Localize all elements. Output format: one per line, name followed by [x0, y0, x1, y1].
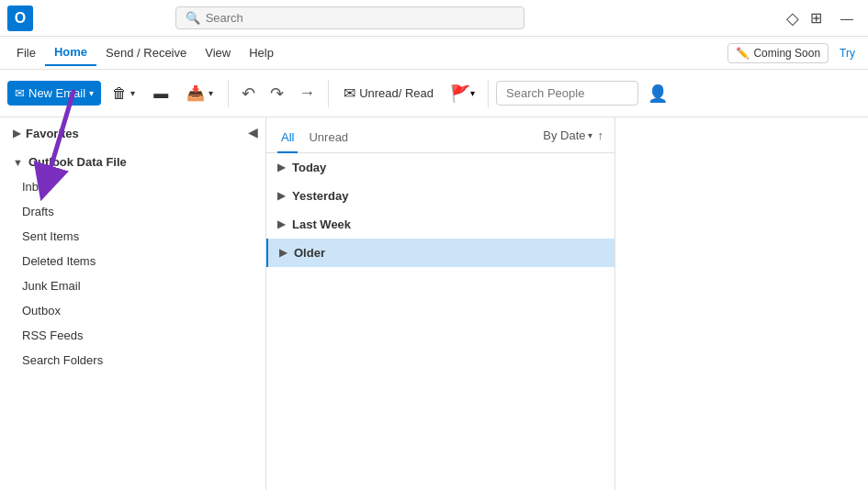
- contact-photo-icon: 👤: [648, 84, 668, 103]
- unread-read-icon: ✉: [344, 84, 355, 102]
- move-icon: 📥: [186, 84, 205, 102]
- new-email-button[interactable]: ✉ New Email ▾: [7, 81, 101, 106]
- main-layout: ◀ ▶ Favorites ▼ Outlook Data File Inbox …: [0, 117, 868, 490]
- new-email-dropdown-arrow[interactable]: ▾: [89, 88, 94, 98]
- data-file-label: Outlook Data File: [28, 155, 127, 169]
- today-chevron-icon: ▶: [277, 161, 285, 173]
- search-bar-icon: 🔍: [186, 11, 200, 25]
- group-older[interactable]: ▶ Older: [266, 239, 614, 267]
- email-list-tabs: All Unread By Date ▾ ↑: [266, 117, 614, 153]
- new-email-label: New Email: [28, 86, 85, 100]
- sidebar-item-junk[interactable]: Junk Email: [0, 273, 265, 298]
- flag-button[interactable]: 🚩 ▾: [445, 80, 480, 107]
- separator-3: [488, 80, 489, 107]
- email-list-sort: By Date ▾ ↑: [543, 128, 603, 150]
- search-people-input[interactable]: [496, 81, 638, 106]
- sidebar-item-deleted[interactable]: Deleted Items: [0, 249, 265, 273]
- search-input[interactable]: [206, 11, 514, 25]
- try-button[interactable]: Try: [834, 44, 861, 62]
- coming-soon-label: Coming Soon: [753, 47, 820, 60]
- toolbar: ✉ New Email ▾ 🗑 ▾ ▬ 📥 ▾ ↶ ↷ → ✉ Unread/ …: [0, 70, 868, 117]
- sidebar-item-sent[interactable]: Sent Items: [0, 224, 265, 249]
- sidebar-collapse-button[interactable]: ◀: [248, 125, 258, 139]
- undo-button[interactable]: ↶: [236, 80, 261, 107]
- sort-dropdown-arrow[interactable]: ▾: [588, 130, 592, 140]
- search-bar-container[interactable]: 🔍: [175, 6, 524, 29]
- menu-bar: File Home Send / Receive View Help ✏️ Co…: [0, 37, 868, 70]
- magic-wand-icon: ✏️: [736, 47, 750, 60]
- data-file-chevron-icon: ▼: [13, 157, 23, 168]
- sidebar-item-inbox[interactable]: Inbox: [0, 174, 265, 199]
- menu-file[interactable]: File: [7, 40, 45, 65]
- group-yesterday[interactable]: ▶ Yesterday: [266, 182, 614, 210]
- redo-button[interactable]: ↷: [265, 80, 289, 107]
- tab-all[interactable]: All: [277, 125, 298, 153]
- group-older-label: Older: [294, 246, 325, 260]
- menu-help[interactable]: Help: [240, 40, 283, 65]
- forward-nav-button[interactable]: →: [293, 80, 321, 106]
- sidebar-item-search-folders[interactable]: Search Folders: [0, 348, 265, 373]
- title-bar: O 🔍 ◇ ⊞ —: [0, 0, 868, 37]
- unread-read-label: Unread/ Read: [359, 86, 434, 100]
- menu-send-receive[interactable]: Send / Receive: [96, 40, 196, 65]
- minimize-button[interactable]: —: [833, 7, 861, 29]
- sidebar: ◀ ▶ Favorites ▼ Outlook Data File Inbox …: [0, 117, 266, 490]
- sidebar-data-file-header[interactable]: ▼ Outlook Data File: [0, 146, 265, 174]
- sidebar-favorites-header[interactable]: ▶ Favorites: [0, 117, 265, 146]
- sort-order-button[interactable]: ↑: [598, 128, 604, 142]
- title-bar-right: ◇ ⊞ —: [786, 7, 861, 29]
- sidebar-item-outbox[interactable]: Outbox: [0, 298, 265, 323]
- older-chevron-icon: ▶: [279, 247, 287, 259]
- email-list-panel: All Unread By Date ▾ ↑ ▶ Today ▶: [266, 117, 615, 490]
- outlook-logo: O: [7, 6, 33, 31]
- qr-icon[interactable]: ⊞: [810, 9, 822, 27]
- new-email-icon: ✉: [15, 86, 25, 100]
- yesterday-chevron-icon: ▶: [277, 190, 285, 202]
- move-dropdown-arrow[interactable]: ▾: [209, 88, 213, 98]
- menu-view[interactable]: View: [196, 40, 240, 65]
- group-last-week-label: Last Week: [292, 217, 351, 231]
- diamond-icon[interactable]: ◇: [786, 8, 799, 28]
- favorites-label: Favorites: [26, 127, 79, 140]
- sidebar-item-drafts[interactable]: Drafts: [0, 199, 265, 224]
- group-today[interactable]: ▶ Today: [266, 153, 614, 182]
- favorites-chevron-icon: ▶: [13, 128, 20, 139]
- coming-soon-button[interactable]: ✏️ Coming Soon: [727, 43, 829, 63]
- archive-button[interactable]: ▬: [146, 80, 175, 107]
- separator-1: [228, 80, 229, 107]
- menu-bar-right: ✏️ Coming Soon Try: [727, 43, 861, 63]
- sort-label: By Date: [543, 128, 585, 142]
- menu-home[interactable]: Home: [45, 39, 96, 66]
- group-last-week[interactable]: ▶ Last Week: [266, 210, 614, 239]
- group-today-label: Today: [292, 161, 326, 174]
- group-yesterday-label: Yesterday: [292, 189, 348, 203]
- email-groups: ▶ Today ▶ Yesterday ▶ Last Week ▶ Older: [266, 153, 614, 490]
- archive-icon: ▬: [153, 85, 168, 102]
- sidebar-item-rss[interactable]: RSS Feeds: [0, 323, 265, 348]
- contact-photo-button[interactable]: 👤: [642, 80, 673, 107]
- delete-icon: 🗑: [112, 85, 127, 102]
- reading-pane: [615, 117, 868, 490]
- flag-dropdown-arrow[interactable]: ▾: [470, 88, 475, 98]
- separator-2: [328, 80, 329, 107]
- unread-read-button[interactable]: ✉ Unread/ Read: [336, 79, 441, 107]
- tab-unread[interactable]: Unread: [305, 125, 352, 153]
- flag-icon: 🚩: [450, 84, 470, 104]
- move-button[interactable]: 📥 ▾: [179, 79, 220, 107]
- last-week-chevron-icon: ▶: [277, 218, 285, 230]
- sort-by-date-button[interactable]: By Date ▾: [543, 128, 592, 142]
- delete-button[interactable]: 🗑 ▾: [105, 80, 142, 107]
- delete-dropdown-arrow[interactable]: ▾: [130, 88, 135, 98]
